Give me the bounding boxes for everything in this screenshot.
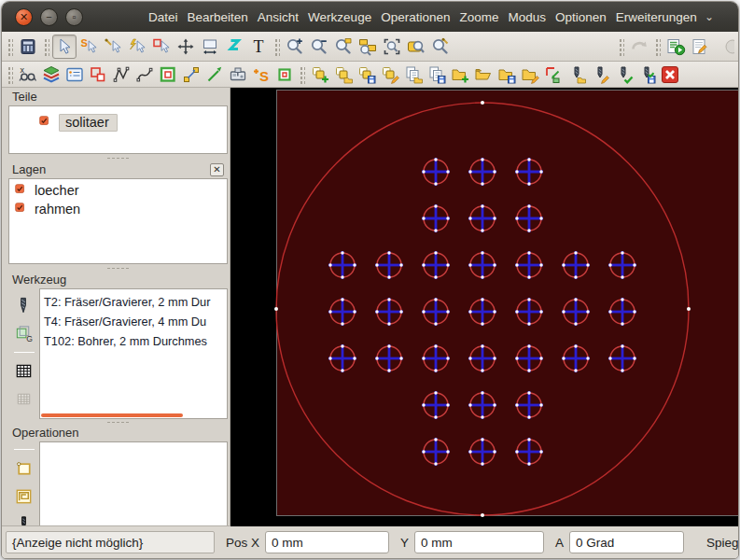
minimize-window-button[interactable]: −: [40, 8, 58, 26]
template-open-icon[interactable]: [401, 63, 425, 86]
menu-item-modus[interactable]: Modus: [509, 10, 547, 24]
menu-item-werkzeuge[interactable]: Werkzeuge: [308, 10, 371, 24]
tool-save-icon[interactable]: [635, 63, 658, 86]
job-save-icon[interactable]: [355, 63, 378, 86]
template-save-icon[interactable]: [425, 63, 448, 86]
list-item[interactable]: rahmen: [11, 200, 227, 218]
zoom-out-icon[interactable]: [307, 35, 331, 59]
panel-splitter[interactable]: [8, 264, 228, 272]
menu-item-optionen[interactable]: Optionen: [555, 10, 607, 24]
drill-tool-icon[interactable]: [14, 296, 34, 315]
op-contour-icon[interactable]: [14, 458, 34, 478]
zoom-all-icon[interactable]: [356, 35, 380, 59]
checkbox-checked-icon[interactable]: [15, 184, 29, 198]
toolbar-grip[interactable]: [43, 37, 49, 56]
tool-table-icon[interactable]: [14, 361, 34, 381]
toolbar-grip[interactable]: [7, 37, 13, 56]
move-points-icon[interactable]: [179, 63, 202, 86]
zoom-in-icon[interactable]: [283, 35, 307, 59]
menu-item-ansicht[interactable]: Ansicht: [258, 10, 299, 24]
menu-item-datei[interactable]: Datei: [148, 10, 178, 24]
pos-x-input[interactable]: [265, 531, 389, 553]
menu-item-operationen[interactable]: Operationen: [381, 10, 450, 24]
layers-icon[interactable]: [39, 63, 63, 86]
cut-preview-icon[interactable]: x: [16, 63, 39, 86]
close-icon: ✕: [213, 164, 220, 175]
zoom-region-icon[interactable]: [331, 35, 356, 59]
lagen-panel-close-button[interactable]: ✕: [210, 163, 224, 176]
checkbox-checked-icon[interactable]: [39, 116, 53, 130]
import-contour-icon[interactable]: [541, 63, 565, 86]
pos-x-label: Pos X: [226, 536, 259, 550]
menu-overflow-chevron-icon[interactable]: ⌄: [705, 10, 714, 23]
op-pocket-spiral-icon[interactable]: [14, 486, 34, 506]
select-snap-icon[interactable]: S: [77, 35, 101, 59]
text-icon[interactable]: T: [246, 35, 271, 59]
angle-label: A: [555, 536, 564, 550]
contour-icon[interactable]: [86, 63, 109, 86]
tool-apply-icon[interactable]: [611, 63, 635, 86]
tool-table-disabled-icon[interactable]: [14, 389, 34, 409]
measure-zigzag-icon[interactable]: [222, 35, 246, 59]
grid-calculator-icon[interactable]: [16, 35, 40, 59]
toolbar-grip[interactable]: [654, 37, 661, 56]
machine-icon[interactable]: [226, 63, 249, 86]
polyline-icon[interactable]: [109, 63, 133, 86]
toolbar-grip[interactable]: [7, 65, 13, 84]
mini-pocket-icon[interactable]: [272, 63, 296, 86]
insert-s-icon[interactable]: S: [249, 63, 272, 86]
list-item[interactable]: loecher: [11, 181, 227, 200]
checkbox-checked-icon[interactable]: [15, 203, 29, 217]
strip-separator: [14, 352, 35, 353]
close-window-button[interactable]: ✕: [15, 8, 33, 26]
part-open-icon[interactable]: [471, 63, 495, 86]
select-flash-icon[interactable]: [125, 35, 149, 59]
edit-document-icon[interactable]: [688, 35, 712, 59]
tool-list-item[interactable]: T2: Fräser/Gravierer, 2 mm Dur: [44, 292, 227, 312]
geometry-g-icon[interactable]: G: [14, 324, 34, 343]
werkzeug-hscrollbar[interactable]: [41, 413, 183, 417]
tool-list-item[interactable]: T102: Bohrer, 2 mm Durchmes: [44, 331, 227, 351]
job-new-icon[interactable]: [308, 63, 331, 86]
part-edit-icon[interactable]: [518, 63, 541, 86]
move-icon[interactable]: [174, 35, 198, 59]
list-item[interactable]: solitaer: [35, 112, 227, 133]
tool-open-icon[interactable]: [565, 63, 588, 86]
titlebar: ✕ − ▫ DateiBearbeitenAnsichtWerkzeugeOpe…: [2, 2, 738, 32]
operationen-toolbar: [8, 441, 39, 525]
toolbar-grip[interactable]: [273, 37, 280, 56]
zoom-fit-icon[interactable]: [380, 35, 404, 59]
resize-icon[interactable]: [198, 35, 222, 59]
maximize-window-button[interactable]: ▫: [65, 8, 83, 26]
panel-splitter[interactable]: [8, 154, 228, 161]
lagen-list: loecherrahmen: [8, 178, 228, 264]
part-save-icon[interactable]: [495, 63, 518, 86]
undo-icon: [627, 35, 651, 59]
menu-item-erweiterungen[interactable]: Erweiterungen: [616, 10, 697, 24]
menu-item-bearbeiten[interactable]: Bearbeiten: [188, 10, 248, 24]
lagen-panel-title: Lagen: [12, 162, 46, 176]
op-drill-icon[interactable]: [14, 514, 34, 525]
toolbar-grip[interactable]: [618, 37, 624, 56]
zoom-pin-icon[interactable]: [428, 35, 453, 59]
toolbar-grip[interactable]: [299, 65, 305, 84]
draw-line-icon[interactable]: [202, 63, 226, 86]
cam-canvas[interactable]: [230, 88, 739, 525]
job-edit-icon[interactable]: [378, 63, 401, 86]
properties-icon[interactable]: [63, 63, 86, 86]
pos-y-input[interactable]: [414, 531, 544, 553]
select-rect-icon[interactable]: [149, 35, 174, 59]
spline-icon[interactable]: [133, 63, 156, 86]
tool-edit-icon[interactable]: [588, 63, 611, 86]
tool-list-item[interactable]: T4: Fräser/Gravierer, 4 mm Du: [44, 312, 227, 331]
pocket-icon[interactable]: [156, 63, 179, 86]
job-open-icon[interactable]: [331, 63, 355, 86]
select-pin-icon[interactable]: [101, 35, 125, 59]
zoom-selection-icon[interactable]: [404, 35, 428, 59]
close-file-icon[interactable]: [658, 63, 681, 86]
part-add-icon[interactable]: [448, 63, 471, 86]
menu-item-zoome[interactable]: Zoome: [459, 10, 498, 24]
angle-input[interactable]: [569, 531, 684, 553]
run-program-icon[interactable]: [663, 35, 688, 59]
select-cursor-icon[interactable]: [52, 35, 77, 59]
